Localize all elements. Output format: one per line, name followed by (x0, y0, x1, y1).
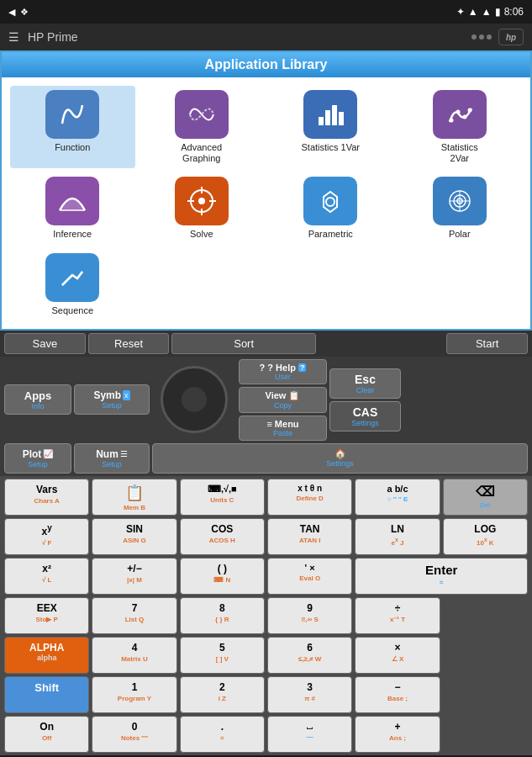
android-icon1: ◀ (8, 7, 15, 18)
svg-point-9 (456, 110, 460, 114)
app-library-title: Application Library (2, 52, 530, 77)
solve-label: Solve (190, 229, 213, 240)
advanced-graphing-icon (175, 90, 229, 139)
key-divide[interactable]: ÷ x⁻¹ T (355, 597, 440, 634)
app-item-sequence[interactable]: Sequence (10, 249, 135, 320)
function-label: Function (55, 142, 90, 153)
key-shift[interactable]: Shift (4, 676, 89, 713)
key-enter[interactable]: Enter ≈ (355, 558, 528, 595)
key-ln[interactable]: LN ex J (355, 518, 440, 555)
key-7[interactable]: 7 List Q (92, 597, 176, 634)
reset-button[interactable]: Reset (88, 333, 170, 354)
status-bar: ◀ ❖ ✦ ▲ ▲ ▮ 8:06 (0, 0, 532, 24)
key-9[interactable]: 9 ‼,∞ S (267, 597, 352, 634)
empty-cell-1 (140, 249, 265, 320)
key-minus[interactable]: − Base ; (355, 676, 440, 713)
svg-rect-29 (55, 262, 89, 294)
svg-rect-3 (319, 117, 324, 125)
key-3[interactable]: 3 π # (267, 676, 352, 713)
key-5[interactable]: 5 [ ] V (180, 637, 265, 674)
cas-button[interactable]: CAS Settings (329, 401, 401, 431)
menu-bar: ☰ HP Prime hp (0, 24, 532, 50)
svg-point-8 (449, 119, 453, 123)
app-name-label: HP Prime (28, 30, 78, 44)
menu-right: hp (471, 29, 524, 45)
help-button[interactable]: ?? Help ? User (239, 359, 327, 384)
svg-rect-4 (325, 110, 330, 125)
key-on[interactable]: On Off (4, 716, 89, 753)
inference-icon (45, 177, 99, 225)
bluetooth-icon: ✦ (456, 6, 465, 18)
key-comma[interactable]: ' × Eval O (267, 558, 352, 595)
hamburger-icon[interactable]: ☰ (8, 30, 19, 44)
advanced-graphing-label: AdvancedGraphing (181, 142, 222, 164)
key-1[interactable]: 1 Program Y (92, 676, 176, 713)
signal-icon: ▲ (482, 6, 492, 18)
app-grid: Function AdvancedGraphing (2, 77, 530, 329)
app-item-statistics-2var[interactable]: Statistics2Var (398, 86, 523, 168)
key-space[interactable]: ⎵ — (267, 716, 352, 753)
parametric-icon (303, 177, 357, 225)
num-button[interactable]: Num ☰ Setup (74, 443, 150, 474)
app-item-parametric[interactable]: Parametric (268, 172, 393, 244)
key-log[interactable]: LOG 10x K (443, 518, 528, 555)
view-button[interactable]: View 📋 Copy (239, 387, 327, 413)
save-button[interactable]: Save (4, 333, 86, 354)
status-right: ✦ ▲ ▲ ▮ 8:06 (456, 6, 524, 18)
statistics-2var-icon (433, 90, 487, 139)
keypad: Vars Chars A 📋 Mem B ⌨,√,■ Units C x t θ… (0, 476, 532, 755)
settings-button[interactable]: 🏠 Settings (152, 443, 528, 474)
key-negate[interactable]: +/− |x| M (92, 558, 176, 595)
key-tan[interactable]: TAN ATAN I (267, 518, 352, 555)
key-vars[interactable]: Vars Chars A (4, 479, 89, 516)
key-frac[interactable]: a b/c ○ ″ ″ E (355, 479, 440, 516)
calc-toolbar: Save Reset Sort Start (0, 331, 532, 357)
key-multiply[interactable]: × ∠ X (355, 637, 440, 674)
esc-cas-buttons: Esc Clear CAS Settings (329, 368, 401, 431)
app-item-statistics-1var[interactable]: Statistics 1Var (268, 86, 393, 168)
svg-rect-6 (339, 112, 344, 125)
key-4[interactable]: 4 Matrix U (92, 637, 176, 674)
app-item-solve[interactable]: Solve (140, 172, 265, 244)
polar-label: Polar (449, 229, 471, 240)
plot-button[interactable]: Plot 📈 Setup (4, 443, 71, 474)
key-6[interactable]: 6 ≤,≥,≠ W (267, 637, 352, 674)
key-plus[interactable]: + Ans ; (355, 716, 440, 753)
app-item-polar[interactable]: Polar (398, 172, 523, 244)
status-left-icons: ◀ ❖ (8, 7, 29, 18)
key-xtthetan[interactable]: x t θ n Define D (267, 479, 352, 516)
key-units[interactable]: ⌨,√,■ Units C (180, 479, 265, 516)
right-nav-buttons: ?? Help ? User View 📋 Copy ≡ Menu Paste (239, 359, 327, 441)
key-2[interactable]: 2 i Z (180, 676, 265, 713)
svg-rect-5 (332, 105, 337, 125)
key-sin[interactable]: SIN ASIN G (92, 518, 176, 555)
app-item-inference[interactable]: Inference (10, 172, 135, 244)
start-button[interactable]: Start (446, 333, 528, 354)
key-square[interactable]: x² √ L (4, 558, 89, 595)
app-library: Application Library Function AdvancedGr (0, 50, 532, 331)
symb-button[interactable]: Symb x Setup (74, 384, 150, 415)
key-power[interactable]: xy √ F (4, 518, 89, 555)
nav-pad[interactable] (161, 366, 228, 433)
inference-label: Inference (53, 229, 92, 240)
key-alpha[interactable]: ALPHA alpha (4, 637, 89, 674)
statistics-1var-label: Statistics 1Var (302, 142, 361, 153)
key-0[interactable]: 0 Notes ″″ (92, 716, 176, 753)
key-parens[interactable]: ( ) ⌨ N (180, 558, 265, 595)
sort-button[interactable]: Sort (171, 333, 315, 354)
app-item-function[interactable]: Function (10, 86, 135, 168)
apps-info-button[interactable]: Apps Info (4, 384, 71, 415)
key-eex[interactable]: EEX Sto▶ P (4, 597, 89, 634)
app-item-advanced-graphing[interactable]: AdvancedGraphing (140, 86, 265, 168)
menu-button[interactable]: ≡ Menu Paste (239, 416, 327, 441)
esc-button[interactable]: Esc Clear (329, 368, 401, 399)
key-decimal[interactable]: . = (180, 716, 265, 753)
key-8[interactable]: 8 { } R (180, 597, 265, 634)
polar-icon (433, 177, 487, 225)
key-backspace[interactable]: ⌫ Del (443, 479, 528, 516)
dots-menu[interactable] (471, 34, 492, 40)
empty-cell-2 (268, 249, 393, 320)
key-cos[interactable]: COS ACOS H (180, 518, 265, 555)
function-icon (45, 90, 99, 139)
key-mem[interactable]: 📋 Mem B (92, 479, 176, 516)
